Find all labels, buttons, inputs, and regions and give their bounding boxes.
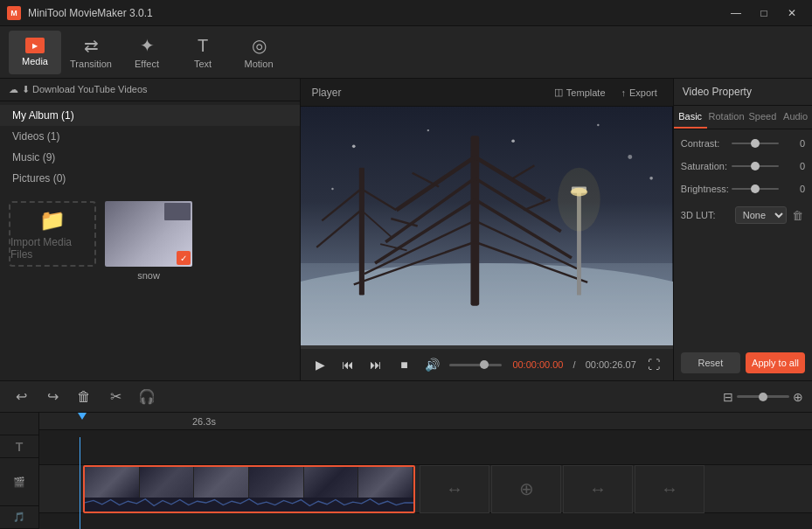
playhead-line <box>80 437 80 529</box>
tab-basic[interactable]: Basic <box>674 106 707 129</box>
contrast-slider-wrap: 0 <box>732 138 805 149</box>
template-button[interactable]: ◫ Template <box>549 85 611 100</box>
frame-2 <box>140 467 195 498</box>
saturation-label: Saturation: <box>681 161 732 171</box>
playhead-indicator <box>78 413 87 420</box>
zoom-slider[interactable] <box>737 395 789 398</box>
contrast-row: Contrast: 0 <box>681 138 805 149</box>
minimize-button[interactable]: — <box>723 4 749 22</box>
time-separator: / <box>571 359 579 370</box>
main-area: ☁ ⬇ Download YouTube Videos My Album (1)… <box>0 79 812 380</box>
zoom-out-button[interactable]: ⊟ <box>723 390 733 404</box>
export-button[interactable]: ↑ Export <box>616 85 663 100</box>
template-label: Template <box>566 87 606 98</box>
player-viewport <box>301 107 672 345</box>
maximize-button[interactable]: □ <box>751 4 777 22</box>
transition-slots: ↔ ⊕ ↔ ↔ <box>420 465 704 513</box>
timeline-ruler[interactable]: 26.3s <box>39 413 812 430</box>
video-property-title: Video Property <box>674 79 812 106</box>
frame-5 <box>304 467 359 498</box>
transition-4[interactable]: ↔ <box>635 465 704 513</box>
media-icon <box>25 38 45 53</box>
timeline-area: ↩ ↪ 🗑 ✂ 🎧 ⊟ ⊕ T 🎬 🎵 26.3s <box>0 380 812 529</box>
video-track-row: ↔ ⊕ ↔ ↔ <box>39 465 812 513</box>
check-mark: ✓ <box>177 251 191 265</box>
transition-2[interactable]: ⊕ <box>491 465 561 513</box>
delete-button[interactable]: 🗑 <box>72 385 96 409</box>
motion-icon: ◎ <box>252 35 267 56</box>
media-item-snow[interactable]: ✓ snow <box>105 201 192 281</box>
cut-button[interactable]: ✂ <box>103 385 128 409</box>
audio-detach-button[interactable]: 🎧 <box>135 385 159 409</box>
brightness-value: 0 <box>784 184 805 194</box>
player-controls: ▶ ⏮ ⏭ ■ 🔊 00:00:00.00 / 00:00:26.07 ⛶ <box>301 349 672 380</box>
3dlut-delete-icon[interactable]: 🗑 <box>790 207 805 224</box>
zoom-in-button[interactable]: ⊕ <box>793 390 803 404</box>
text-tool-button[interactable]: T Text <box>177 31 229 74</box>
sidebar-item-videos[interactable]: Videos (1) <box>0 126 300 147</box>
media-label: Media <box>22 56 48 66</box>
import-label: Import Media Files <box>10 236 94 261</box>
ruler-label <box>0 413 38 435</box>
waveform-svg <box>85 498 413 508</box>
track-labels: T 🎬 🎵 <box>0 413 39 529</box>
text-track-label: T <box>0 435 38 458</box>
tab-speed[interactable]: Speed <box>746 106 780 129</box>
window-controls: — □ ✕ <box>723 4 805 22</box>
media-tool-button[interactable]: Media <box>9 31 61 74</box>
template-icon: ◫ <box>554 87 563 98</box>
transition-3[interactable]: ↔ <box>563 465 633 513</box>
motion-tool-button[interactable]: ◎ Motion <box>232 31 285 74</box>
left-panel-header: ☁ ⬇ Download YouTube Videos <box>0 79 300 101</box>
total-time: 00:00:26.07 <box>586 359 636 370</box>
sidebar-item-pictures[interactable]: Pictures (0) <box>0 168 300 189</box>
prev-frame-button[interactable]: ⏮ <box>337 354 358 375</box>
import-media-button[interactable]: 📁 Import Media Files <box>9 201 96 267</box>
transition-tool-button[interactable]: ⇄ Transition <box>65 31 117 74</box>
tab-rotation[interactable]: Rotation <box>707 106 746 129</box>
reset-button[interactable]: Reset <box>681 352 740 373</box>
transition-1[interactable]: ↔ <box>420 465 489 513</box>
contrast-slider[interactable] <box>732 143 779 144</box>
saturation-slider[interactable] <box>732 165 779 167</box>
brightness-slider[interactable] <box>732 188 779 190</box>
volume-button[interactable]: 🔊 <box>421 354 442 375</box>
apply-to-all-button[interactable]: Apply to all <box>746 352 805 373</box>
svg-point-25 <box>512 139 516 143</box>
close-button[interactable]: ✕ <box>779 4 805 22</box>
svg-point-24 <box>427 129 429 131</box>
video-clip-frames <box>85 467 413 498</box>
svg-point-27 <box>628 155 633 159</box>
current-time: 00:00:00.00 <box>512 359 563 370</box>
saturation-slider-wrap: 0 <box>732 161 805 171</box>
download-youtube-button[interactable]: ☁ ⬇ Download YouTube Videos <box>9 84 148 95</box>
video-clip[interactable] <box>83 465 415 513</box>
sidebar-item-music[interactable]: Music (9) <box>0 147 300 168</box>
svg-rect-30 <box>359 168 364 296</box>
stop-button[interactable]: ■ <box>393 354 414 375</box>
redo-button[interactable]: ↪ <box>40 385 65 409</box>
next-frame-button[interactable]: ⏭ <box>365 354 386 375</box>
undo-button[interactable]: ↩ <box>9 385 33 409</box>
player-progress-bar[interactable] <box>301 345 672 349</box>
media-thumb: ✓ <box>105 201 192 267</box>
left-panel: ☁ ⬇ Download YouTube Videos My Album (1)… <box>0 79 301 380</box>
title-bar-left: M MiniTool MovieMaker 3.0.1 <box>7 6 153 20</box>
fullscreen-button[interactable]: ⛶ <box>643 354 664 375</box>
brightness-label: Brightness: <box>681 184 732 194</box>
timeline-toolbar: ↩ ↪ 🗑 ✂ 🎧 ⊟ ⊕ <box>0 381 812 413</box>
sidebar-item-myalbum[interactable]: My Album (1) <box>0 105 300 126</box>
3dlut-label: 3D LUT: <box>681 210 732 220</box>
player-panel: Player ◫ Template ↑ Export <box>301 79 673 380</box>
small-preview <box>164 203 191 220</box>
sidebar-nav: My Album (1) Videos (1) Music (9) Pictur… <box>0 101 300 192</box>
volume-slider[interactable] <box>449 364 502 366</box>
folder-icon: 📁 <box>39 208 66 233</box>
play-button[interactable]: ▶ <box>309 354 330 375</box>
media-grid: 📁 Import Media Files ✓ snow <box>0 192 300 380</box>
transition-label: Transition <box>70 59 112 69</box>
tab-audio[interactable]: Audio <box>779 106 812 129</box>
svg-rect-2 <box>301 263 672 345</box>
3dlut-select[interactable]: None <box>735 206 787 224</box>
effect-tool-button[interactable]: ✦ Effect <box>121 31 173 74</box>
